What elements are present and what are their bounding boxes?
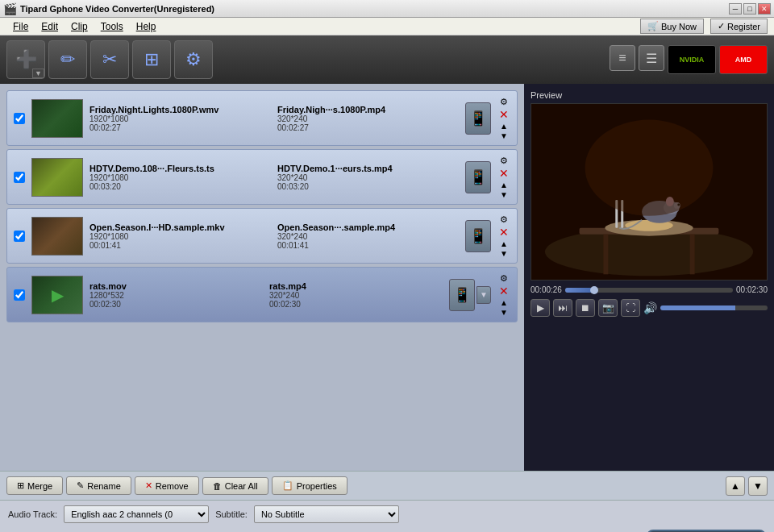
next-frame-button[interactable]: ⏭ bbox=[553, 299, 572, 317]
subtitle-select[interactable]: No Subtitle bbox=[254, 505, 399, 523]
list-view-button[interactable]: ≡ bbox=[610, 45, 635, 71]
merge-toolbar-button[interactable]: ⊞ bbox=[132, 40, 171, 79]
merge-btn-icon: ⊞ bbox=[17, 480, 24, 491]
fullscreen-button[interactable]: ⛶ bbox=[621, 299, 640, 317]
menu-help[interactable]: Help bbox=[130, 19, 163, 34]
table-row[interactable]: Open.Season.I···HD.sample.mkv 1920*1080 … bbox=[6, 208, 518, 264]
device-button-4[interactable]: 📱 bbox=[449, 279, 475, 311]
file-output-info-4: rats.mp4 320*240 00:02:30 bbox=[269, 281, 443, 309]
window-title: Tipard Gphone Video Converter(Unregister… bbox=[20, 4, 729, 14]
move-down-2[interactable]: ▼ bbox=[500, 190, 508, 199]
output-duration-2: 00:03:20 bbox=[277, 182, 459, 191]
checkmark-icon: ✓ bbox=[718, 21, 725, 31]
snapshot-button[interactable]: 📷 bbox=[598, 299, 618, 317]
time-slider-fill bbox=[565, 288, 593, 293]
source-duration-3: 00:01:41 bbox=[89, 241, 271, 250]
settings-toolbar-button[interactable]: ⚙ bbox=[174, 40, 213, 79]
file-settings-button-2[interactable]: ⚙ bbox=[497, 155, 510, 166]
file-remove-button-4[interactable]: ✕ bbox=[497, 285, 510, 297]
source-filename-3: Open.Season.I···HD.sample.mkv bbox=[89, 222, 271, 232]
file-checkbox-1[interactable] bbox=[14, 113, 25, 124]
add-button[interactable]: ➕ ▼ bbox=[6, 40, 45, 79]
file-list: Friday.Night.Lights.1080P.wmv 1920*1080 … bbox=[0, 84, 524, 471]
file-checkbox-2[interactable] bbox=[14, 172, 25, 183]
file-output-info-3: Open.Season···.sample.mp4 320*240 00:01:… bbox=[277, 222, 459, 250]
register-button[interactable]: ✓ Register bbox=[710, 19, 768, 34]
table-row[interactable]: Friday.Night.Lights.1080P.wmv 1920*1080 … bbox=[6, 90, 518, 146]
source-duration-1: 00:02:27 bbox=[89, 123, 271, 132]
file-actions-1: ⚙ ✕ ▲ ▼ bbox=[497, 96, 510, 140]
file-source-info-1: Friday.Night.Lights.1080P.wmv 1920*1080 … bbox=[89, 105, 271, 132]
minimize-button[interactable]: ─ bbox=[729, 3, 742, 15]
preview-label: Preview bbox=[531, 90, 768, 100]
file-output-info-1: Friday.Nigh···s.1080P.mp4 320*240 00:02:… bbox=[277, 105, 459, 132]
move-up-3[interactable]: ▲ bbox=[500, 239, 508, 248]
close-button[interactable]: ✕ bbox=[758, 3, 771, 15]
clear-all-button[interactable]: 🗑 Clear All bbox=[202, 477, 268, 495]
table-row[interactable]: HDTV.Demo.108···.Fleurs.ts.ts 1920*1080 … bbox=[6, 149, 518, 205]
menu-file[interactable]: File bbox=[6, 19, 35, 34]
file-source-info-4: rats.mov 1280*532 00:02:30 bbox=[89, 281, 263, 309]
settings-bar: Audio Track: English aac 2 channels (0 S… bbox=[0, 500, 774, 532]
merge-button[interactable]: ⊞ Merge bbox=[6, 476, 63, 495]
output-duration-4: 00:02:30 bbox=[269, 300, 443, 309]
file-output-info-2: HDTV.Demo.1···eurs.ts.mp4 320*240 00:03:… bbox=[277, 164, 459, 191]
merge-icon: ⊞ bbox=[144, 49, 159, 70]
svg-point-14 bbox=[585, 120, 714, 216]
time-slider[interactable] bbox=[565, 288, 733, 293]
move-down-3[interactable]: ▼ bbox=[500, 249, 508, 258]
menu-bar: File Edit Clip Tools Help 🛒 Buy Now ✓ Re… bbox=[0, 18, 774, 35]
move-down-button[interactable]: ▼ bbox=[748, 476, 768, 496]
properties-icon: 📋 bbox=[282, 480, 293, 491]
edit-button[interactable]: ✏ bbox=[48, 40, 87, 79]
file-settings-button-4[interactable]: ⚙ bbox=[497, 272, 510, 284]
move-down-1[interactable]: ▼ bbox=[500, 131, 508, 140]
output-dims-1: 320*240 bbox=[277, 114, 459, 123]
menu-edit[interactable]: Edit bbox=[35, 19, 64, 34]
move-up-1[interactable]: ▲ bbox=[500, 122, 508, 131]
file-settings-button-3[interactable]: ⚙ bbox=[497, 214, 510, 225]
volume-slider[interactable] bbox=[660, 305, 768, 310]
menu-clip[interactable]: Clip bbox=[64, 19, 94, 34]
maximize-button[interactable]: □ bbox=[743, 3, 756, 15]
properties-button[interactable]: 📋 Properties bbox=[272, 476, 347, 495]
output-filename-3: Open.Season···.sample.mp4 bbox=[277, 222, 459, 232]
rename-button[interactable]: ✎ Rename bbox=[66, 476, 131, 495]
audio-track-select[interactable]: English aac 2 channels (0 bbox=[64, 505, 209, 523]
file-remove-button-3[interactable]: ✕ bbox=[497, 227, 510, 238]
output-filename-2: HDTV.Demo.1···eurs.ts.mp4 bbox=[277, 164, 459, 173]
table-row[interactable]: ▶ rats.mov 1280*532 00:02:30 rats.mp4 32… bbox=[6, 267, 518, 322]
output-filename-4: rats.mp4 bbox=[269, 281, 443, 291]
menu-tools[interactable]: Tools bbox=[94, 19, 130, 34]
gear-toolbar-icon: ⚙ bbox=[185, 49, 202, 70]
device-button-2[interactable]: 📱 bbox=[465, 161, 491, 193]
file-remove-button-1[interactable]: ✕ bbox=[497, 109, 510, 120]
file-thumbnail-4: ▶ bbox=[31, 276, 83, 314]
title-bar: 🎬 Tipard Gphone Video Converter(Unregist… bbox=[0, 0, 774, 18]
move-up-2[interactable]: ▲ bbox=[500, 181, 508, 189]
move-up-button[interactable]: ▲ bbox=[726, 476, 745, 496]
device-button-1[interactable]: 📱 bbox=[465, 102, 491, 135]
edit-icon: ✏ bbox=[60, 49, 75, 70]
audio-subtitle-row: Audio Track: English aac 2 channels (0 S… bbox=[8, 505, 766, 523]
source-dims-1: 1920*1080 bbox=[89, 114, 271, 123]
move-down-4[interactable]: ▼ bbox=[500, 308, 508, 317]
buy-now-button[interactable]: 🛒 Buy Now bbox=[640, 19, 704, 34]
remove-button[interactable]: ✕ Remove bbox=[135, 476, 199, 495]
file-remove-button-2[interactable]: ✕ bbox=[497, 168, 510, 179]
clip-button[interactable]: ✂ bbox=[90, 40, 129, 79]
file-settings-button-1[interactable]: ⚙ bbox=[497, 96, 510, 107]
device-dropdown-4[interactable]: ▼ bbox=[476, 286, 491, 304]
file-checkbox-4[interactable] bbox=[14, 289, 25, 301]
list-icon: ≡ bbox=[618, 51, 626, 65]
file-actions-2: ⚙ ✕ ▲ ▼ bbox=[497, 155, 510, 199]
stop-button[interactable]: ⏹ bbox=[576, 299, 595, 317]
file-checkbox-3[interactable] bbox=[14, 231, 25, 242]
window-controls: ─ □ ✕ bbox=[729, 3, 771, 15]
detail-view-button[interactable]: ☰ bbox=[639, 45, 664, 71]
move-up-4[interactable]: ▲ bbox=[500, 298, 508, 307]
play-button[interactable]: ▶ bbox=[531, 299, 550, 317]
amd-badge: AMD bbox=[719, 45, 768, 74]
output-filename-1: Friday.Nigh···s.1080P.mp4 bbox=[277, 105, 459, 114]
device-button-3[interactable]: 📱 bbox=[465, 220, 491, 252]
